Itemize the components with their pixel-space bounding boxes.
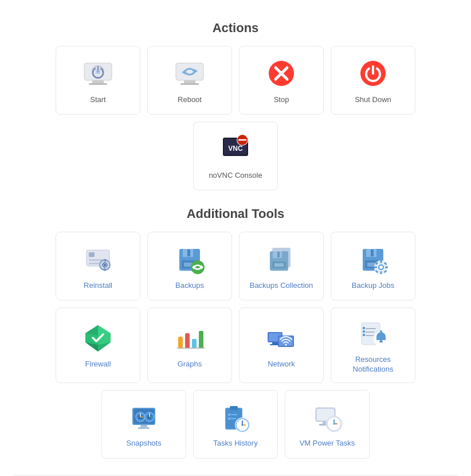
svg-rect-51 xyxy=(380,271,382,274)
shutdown-button[interactable]: Shut Down xyxy=(331,46,415,115)
resources-notifications-icon xyxy=(357,317,389,349)
svg-point-26 xyxy=(104,263,107,266)
reboot-label: Reboot xyxy=(178,95,202,105)
svg-rect-102 xyxy=(230,406,238,410)
backups-icon xyxy=(174,243,206,275)
firewall-label: Firewall xyxy=(85,360,111,369)
svg-point-4 xyxy=(96,69,100,74)
svg-rect-7 xyxy=(180,83,199,85)
novnc-button[interactable]: VNC noVNC Console xyxy=(193,122,278,190)
start-label: Start xyxy=(90,95,105,105)
snapshots-button[interactable]: Snapshots xyxy=(101,390,186,459)
novnc-icon: VNC xyxy=(219,133,252,165)
svg-rect-68 xyxy=(199,331,203,348)
svg-rect-72 xyxy=(272,342,278,344)
actions-title: Actions xyxy=(11,21,460,36)
backups-button[interactable]: Backups xyxy=(147,232,232,301)
reinstall-icon xyxy=(82,243,114,275)
graphs-icon xyxy=(174,322,206,354)
additional-tools-title: Additional Tools xyxy=(11,206,460,221)
reboot-icon xyxy=(174,57,206,89)
backups-collection-icon xyxy=(265,243,297,275)
svg-rect-86 xyxy=(379,341,383,342)
svg-rect-67 xyxy=(192,339,197,348)
svg-rect-66 xyxy=(185,333,190,348)
svg-rect-82 xyxy=(363,330,365,333)
snapshots-icon xyxy=(128,401,160,433)
svg-rect-41 xyxy=(274,263,284,267)
backup-jobs-label: Backup Jobs xyxy=(352,281,394,291)
snapshots-label: Snapshots xyxy=(126,439,161,448)
svg-rect-83 xyxy=(363,334,365,336)
svg-point-87 xyxy=(380,330,382,333)
stop-button[interactable]: Stop xyxy=(239,46,324,115)
vm-power-tasks-icon xyxy=(311,401,343,433)
svg-rect-23 xyxy=(89,263,100,264)
shutdown-label: Shut Down xyxy=(355,95,391,105)
resources-notifications-label: Resources Notifications xyxy=(336,355,410,374)
svg-rect-5 xyxy=(176,63,203,80)
firewall-button[interactable]: Firewall xyxy=(56,307,140,383)
backups-label: Backups xyxy=(175,281,204,291)
tasks-history-icon xyxy=(219,401,252,433)
tools-grid: Reinstall Backups xyxy=(11,232,460,459)
vm-power-tasks-button[interactable]: VM Power Tasks xyxy=(285,390,370,459)
reboot-button[interactable]: Reboot xyxy=(147,46,232,115)
svg-rect-103 xyxy=(228,413,230,416)
backup-jobs-icon xyxy=(357,243,389,275)
svg-point-120 xyxy=(333,423,335,425)
graphs-label: Graphs xyxy=(178,360,202,369)
svg-rect-105 xyxy=(228,418,230,420)
svg-rect-44 xyxy=(371,249,374,256)
backups-collection-label: Backups Collection xyxy=(250,281,313,291)
stop-label: Stop xyxy=(274,95,289,105)
network-label: Network xyxy=(268,360,295,369)
actions-grid: Start Reboot Stop xyxy=(11,46,460,190)
tasks-history-label: Tasks History xyxy=(213,439,257,448)
svg-point-111 xyxy=(242,424,244,426)
vm-power-tasks-label: VM Power Tasks xyxy=(300,439,355,448)
svg-rect-2 xyxy=(89,83,107,85)
backup-jobs-button[interactable]: Backup Jobs xyxy=(331,232,415,301)
tasks-history-button[interactable]: Tasks History xyxy=(193,390,278,459)
svg-rect-53 xyxy=(385,266,388,268)
svg-rect-99 xyxy=(138,427,150,429)
svg-rect-30 xyxy=(187,249,190,256)
svg-rect-65 xyxy=(178,337,183,348)
start-button[interactable]: Start xyxy=(56,46,140,115)
resources-notifications-button[interactable]: Resources Notifications xyxy=(331,307,415,383)
novnc-label: noVNC Console xyxy=(209,171,262,181)
network-icon xyxy=(265,322,297,354)
stop-icon xyxy=(265,57,297,89)
svg-point-76 xyxy=(285,344,287,346)
reinstall-label: Reinstall xyxy=(84,281,112,291)
backups-collection-button[interactable]: Backups Collection xyxy=(239,232,324,301)
svg-rect-81 xyxy=(363,327,365,329)
svg-text:VNC: VNC xyxy=(228,145,243,153)
start-icon xyxy=(82,57,114,89)
svg-point-49 xyxy=(379,266,383,269)
svg-rect-98 xyxy=(140,425,147,427)
svg-rect-52 xyxy=(374,266,377,268)
graphs-button[interactable]: Graphs xyxy=(147,307,232,383)
firewall-icon xyxy=(82,322,114,354)
reinstall-button[interactable]: Reinstall xyxy=(56,232,140,301)
svg-rect-6 xyxy=(184,80,195,83)
svg-rect-39 xyxy=(277,252,280,257)
shutdown-icon xyxy=(357,57,389,89)
svg-rect-50 xyxy=(380,260,382,263)
network-button[interactable]: Network xyxy=(239,307,324,383)
svg-rect-1 xyxy=(92,80,104,83)
svg-rect-21 xyxy=(89,252,95,257)
